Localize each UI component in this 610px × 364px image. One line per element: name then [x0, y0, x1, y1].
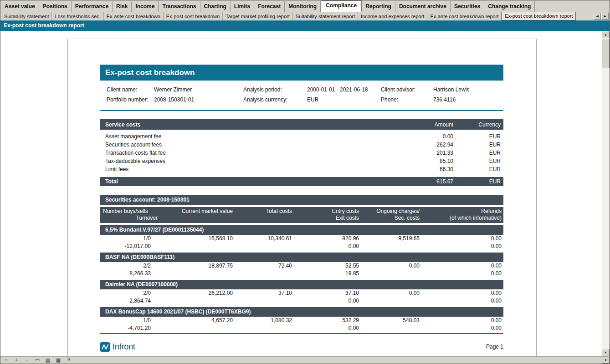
- report-tab-ex-ante-cost-breakdown-report[interactable]: Ex-ante cost breakdown report: [427, 12, 502, 20]
- report-title-bar: Ex-post cost breakdown: [100, 65, 503, 81]
- facing-pages-icon[interactable]: ▦: [55, 357, 62, 363]
- main-tab-performance[interactable]: Performance: [72, 1, 113, 12]
- service-cost-amount: 85.10: [356, 157, 456, 165]
- security-data-row: -2,864.740.000.00: [100, 297, 503, 305]
- main-tab-limits[interactable]: Limits: [231, 1, 254, 12]
- client-info-value: 2000-01-01 - 2021-06-18: [307, 85, 381, 95]
- single-page-icon[interactable]: ▭: [34, 357, 41, 363]
- report-tab-suitability-statement[interactable]: Suitability statement: [1, 12, 52, 20]
- security-name-header: 6,5% Bundanl.V.97/27 (DE0001135044): [100, 225, 503, 235]
- client-info-value: 2008-150301-01: [154, 95, 243, 105]
- view-title: Ex-post cost breakdown report: [4, 22, 84, 29]
- security-cell: 0.00: [421, 235, 503, 243]
- report-tab-loss-thresholds-sec[interactable]: Loss thresholds sec.: [52, 12, 103, 20]
- main-tab-risk[interactable]: Risk: [113, 1, 132, 12]
- column-header-line2: Sec. costs: [361, 215, 420, 222]
- total-amount: 615.67: [356, 178, 456, 185]
- security-cell: 2/0: [100, 289, 153, 297]
- security-cell: 37.10: [235, 289, 294, 297]
- client-info-value: Harrison Lewis: [433, 85, 503, 95]
- securities-groups: 6,5% Bundanl.V.97/27 (DE0001135044)1/015…: [100, 225, 503, 332]
- main-tab-compliance[interactable]: Compliance: [321, 0, 362, 12]
- main-tab-forecast[interactable]: Forecast: [254, 1, 285, 12]
- security-cell: 0.00: [421, 262, 503, 270]
- security-cell: 820.96: [294, 235, 361, 243]
- security-cell: 532.29: [294, 317, 361, 324]
- main-tab-reporting[interactable]: Reporting: [362, 1, 395, 12]
- column-header-line2: (of which informative): [421, 215, 502, 222]
- security-cell: 2/2: [100, 262, 153, 270]
- continuous-view-icon[interactable]: ▤: [45, 357, 51, 363]
- report-tab-suitability-statement-report[interactable]: Suitability statement report: [293, 12, 358, 20]
- security-cell: [153, 297, 235, 305]
- service-cost-amount: 201.33: [356, 149, 456, 157]
- security-cell: 37.10: [294, 289, 361, 297]
- security-cell: 0.00: [421, 289, 503, 297]
- client-info-value: Werner Zimmer: [154, 85, 243, 95]
- tab-scroll-left-icon[interactable]: ◀: [594, 13, 601, 20]
- zoom-in-icon[interactable]: +: [13, 357, 20, 363]
- currency-column-header: Currency: [456, 121, 503, 128]
- main-tab-monitoring[interactable]: Monitoring: [285, 1, 321, 12]
- security-cell: [153, 243, 235, 250]
- tab-scroll-right-icon[interactable]: ▶: [601, 13, 609, 20]
- service-cost-label: Asset management fee: [100, 132, 356, 141]
- security-cell: [361, 270, 421, 278]
- report-tab-income-and-expenses-report[interactable]: Income and expenses report: [358, 12, 427, 20]
- scroll-down-corner-icon[interactable]: ▼: [602, 357, 610, 364]
- report-tab-ex-post-cost-breakdown-report[interactable]: Ex-post cost breakdown report: [502, 12, 576, 20]
- security-data-row: 8,266.3319.850.00: [100, 270, 503, 278]
- main-tab-securities[interactable]: Securities: [451, 1, 484, 12]
- security-data-row: 1/04,657.201,080.32532.29548.030.00: [100, 317, 503, 324]
- thumbnails-icon[interactable]: ⠿: [66, 357, 72, 363]
- securities-column-headers: Number buys/sellsTurnoverCurrent market …: [100, 207, 503, 223]
- scrollbar-thumb[interactable]: [602, 38, 610, 68]
- client-info-label: Client name:: [107, 85, 154, 95]
- security-name-header: Daimler NA (DE0007100000): [100, 280, 503, 289]
- security-data-row: 1/015,568.1010,340.61820.969,519.650.00: [100, 235, 503, 243]
- outline-view-icon[interactable]: ≡: [3, 357, 9, 363]
- security-cell: 8,266.33: [100, 270, 153, 278]
- report-tab-target-market-profiling-report[interactable]: Target market profiling report: [223, 12, 293, 20]
- page-number: Page 1: [486, 344, 503, 350]
- service-cost-currency: EUR: [456, 132, 503, 141]
- security-cell: 0.00: [361, 289, 421, 297]
- service-cost-currency: EUR: [456, 165, 503, 173]
- column-header-line1: Number buys/sells: [100, 208, 158, 215]
- service-cost-currency: EUR: [456, 141, 503, 149]
- security-data-row: 2/026,212.0037.1037.100.000.00: [100, 289, 503, 297]
- main-tab-positions[interactable]: Positions: [39, 1, 72, 12]
- main-tab-bar: Asset valuePositionsPerformanceRiskIncom…: [0, 0, 601, 12]
- security-cell: 52.55: [294, 262, 361, 270]
- main-tab-document-archive[interactable]: Document archive: [395, 1, 451, 12]
- security-cell: 19.85: [294, 270, 361, 278]
- brand-logo: Infront: [100, 342, 135, 352]
- security-cell: [235, 243, 294, 250]
- service-cost-label: Limit fees: [100, 165, 356, 173]
- security-cell: [153, 324, 235, 332]
- main-tab-transactions[interactable]: Transactions: [159, 1, 200, 12]
- viewer-toolbar-icons: ≡+−▭▤▦⠿: [3, 357, 72, 364]
- column-header-line1: Ongoing charges/: [361, 208, 420, 215]
- security-cell: 26,212.00: [153, 289, 235, 297]
- main-tab-asset-value[interactable]: Asset value: [1, 1, 39, 12]
- column-header-line1: Refunds: [421, 208, 502, 215]
- security-cell: [235, 297, 294, 305]
- scroll-down-icon[interactable]: ▼: [602, 349, 610, 356]
- main-tab-change-tracking[interactable]: Change tracking: [484, 1, 535, 12]
- client-info-label: Client advisor:: [381, 85, 433, 95]
- security-cell: 0.00: [421, 270, 503, 278]
- report-tab-ex-ante-cost-breakdown[interactable]: Ex-ante cost breakdown: [104, 12, 164, 20]
- viewer-toolbar: ≡+−▭▤▦⠿ ▼: [0, 356, 610, 364]
- zoom-out-icon[interactable]: −: [24, 357, 30, 363]
- security-cell: [361, 243, 421, 250]
- scroll-up-icon[interactable]: ▲: [602, 31, 610, 38]
- main-tab-charting[interactable]: Charting: [200, 1, 231, 12]
- service-costs-header-row: Service costs Amount Currency: [100, 119, 503, 130]
- securities-column-header: Entry costsExit costs: [294, 208, 361, 223]
- main-tab-income[interactable]: Income: [132, 1, 159, 12]
- report-tab-ex-post-cost-breakdown[interactable]: Ex-post cost breakdown: [164, 12, 223, 20]
- vertical-scrollbar[interactable]: ▲ ▼: [602, 31, 610, 356]
- security-cell: 548.03: [361, 317, 421, 324]
- service-cost-amount: 262.94: [356, 141, 456, 149]
